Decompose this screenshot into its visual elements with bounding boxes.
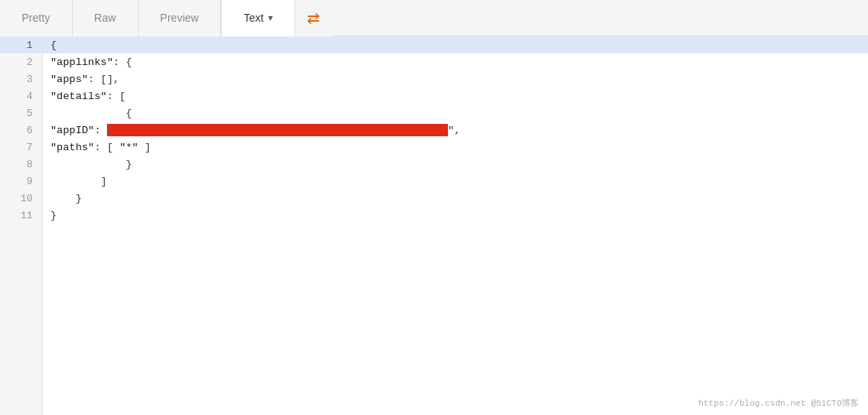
line-num-9: 9	[0, 173, 42, 190]
chevron-down-icon: ▾	[268, 12, 273, 23]
code-line-4: "details": [	[43, 87, 868, 105]
code-line-6: "appID": ",	[43, 122, 868, 139]
code-line-1: {	[43, 36, 868, 53]
code-content: { "applinks": { "apps": [], "details": […	[43, 36, 868, 415]
tab-raw[interactable]: Raw	[73, 0, 139, 36]
code-line-10: }	[43, 190, 868, 207]
wrap-toggle-button[interactable]: ⇄	[295, 0, 332, 36]
tab-preview[interactable]: Preview	[139, 0, 222, 36]
line-num-11: 11	[0, 207, 42, 224]
line-num-2: 2	[0, 53, 42, 70]
header-tabs: Pretty Raw Preview Text ▾ ⇄	[0, 0, 868, 36]
line-num-4: 4	[0, 87, 42, 105]
line-num-1: 1	[0, 36, 42, 53]
wrap-icon: ⇄	[307, 9, 320, 27]
line-numbers: 1 2 3 4 5 6 7 8 9 10 11	[0, 36, 43, 415]
code-line-2: "applinks": {	[43, 53, 868, 70]
line-num-6: 6	[0, 122, 42, 139]
code-area: 1 2 3 4 5 6 7 8 9 10 11 { "applinks": { …	[0, 36, 868, 415]
redacted-value	[107, 124, 448, 136]
code-line-11: }	[43, 207, 868, 224]
line-num-10: 10	[0, 190, 42, 207]
code-line-8: }	[43, 156, 868, 173]
text-tab-label: Text	[243, 12, 264, 24]
code-line-5: {	[43, 105, 868, 122]
line-num-3: 3	[0, 70, 42, 87]
code-line-3: "apps": [],	[43, 70, 868, 87]
line-num-5: 5	[0, 105, 42, 122]
code-line-7: "paths": [ "*" ]	[43, 139, 868, 156]
tab-text-dropdown[interactable]: Text ▾	[221, 0, 295, 36]
line-num-8: 8	[0, 156, 42, 173]
code-line-9: ]	[43, 173, 868, 190]
line-num-7: 7	[0, 139, 42, 156]
tab-pretty[interactable]: Pretty	[0, 0, 73, 36]
watermark: https://blog.csdn.net @51CTO博客	[698, 397, 859, 409]
